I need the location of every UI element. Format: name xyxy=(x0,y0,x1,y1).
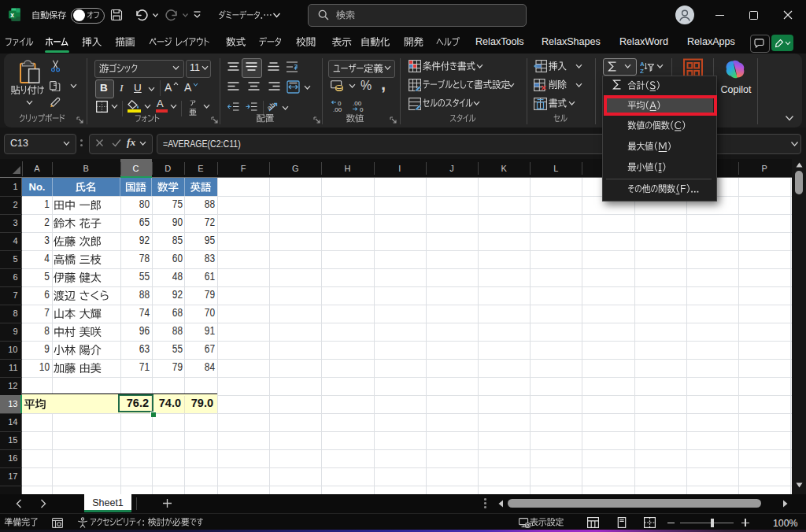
svg-text:.00: .00 xyxy=(333,106,342,113)
svg-text:0: 0 xyxy=(360,106,364,113)
svg-text:ab: ab xyxy=(268,101,276,112)
svg-text:Z: Z xyxy=(640,68,644,74)
svg-text:x: x xyxy=(10,11,14,19)
